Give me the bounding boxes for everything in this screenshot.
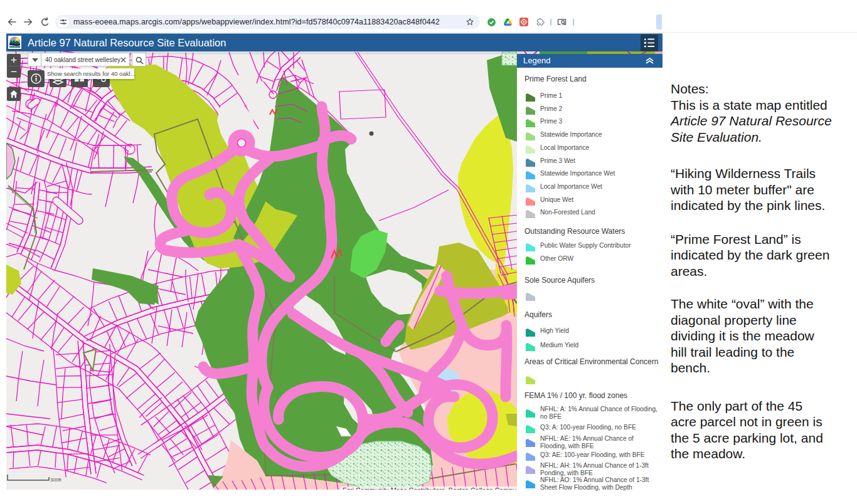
svg-text:300ft: 300ft bbox=[50, 477, 62, 483]
svg-text:Esri Community Maps Contributo: Esri Community Maps Contributors, Boston… bbox=[343, 486, 541, 490]
